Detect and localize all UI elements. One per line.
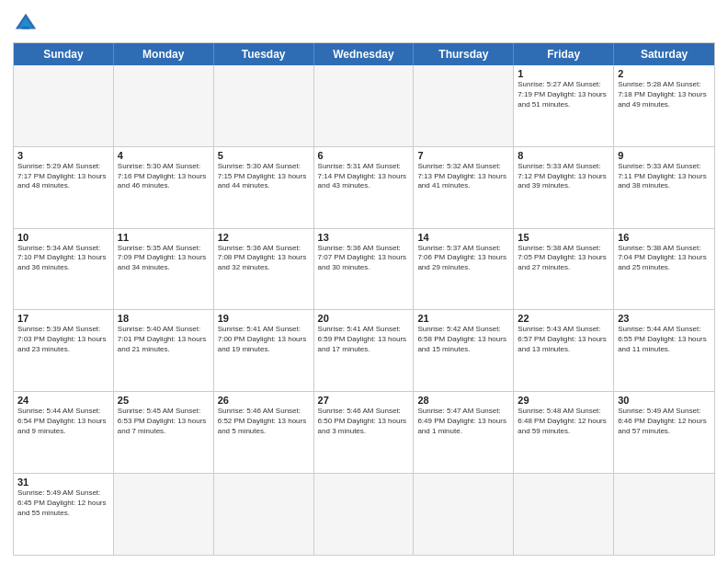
day-info: Sunrise: 5:39 AM Sunset: 7:03 PM Dayligh… (17, 325, 109, 354)
logo-icon (13, 11, 39, 37)
day-number: 19 (218, 313, 310, 324)
day-cell-7: 7Sunrise: 5:32 AM Sunset: 7:13 PM Daylig… (414, 147, 514, 228)
empty-cell (314, 65, 415, 146)
day-cell-16: 16Sunrise: 5:38 AM Sunset: 7:04 PM Dayli… (614, 229, 714, 310)
day-cell-13: 13Sunrise: 5:36 AM Sunset: 7:07 PM Dayli… (314, 229, 415, 310)
day-header-monday: Monday (114, 43, 214, 65)
day-cell-31: 31Sunrise: 5:49 AM Sunset: 6:45 PM Dayli… (14, 474, 114, 555)
svg-rect-2 (22, 27, 29, 29)
day-cell-17: 17Sunrise: 5:39 AM Sunset: 7:03 PM Dayli… (14, 310, 114, 391)
page: SundayMondayTuesdayWednesdayThursdayFrid… (0, 0, 728, 563)
day-cell-1: 1Sunrise: 5:27 AM Sunset: 7:19 PM Daylig… (514, 65, 614, 146)
day-cell-2: 2Sunrise: 5:28 AM Sunset: 7:18 PM Daylig… (614, 65, 714, 146)
day-info: Sunrise: 5:30 AM Sunset: 7:16 PM Dayligh… (118, 162, 210, 191)
day-info: Sunrise: 5:49 AM Sunset: 6:46 PM Dayligh… (618, 407, 711, 436)
day-info: Sunrise: 5:45 AM Sunset: 6:53 PM Dayligh… (118, 407, 210, 436)
empty-cell (414, 474, 514, 555)
day-header-saturday: Saturday (614, 43, 714, 65)
day-cell-24: 24Sunrise: 5:44 AM Sunset: 6:54 PM Dayli… (14, 392, 114, 473)
day-info: Sunrise: 5:33 AM Sunset: 7:12 PM Dayligh… (518, 162, 609, 191)
calendar-row-1: 3Sunrise: 5:29 AM Sunset: 7:17 PM Daylig… (14, 146, 714, 228)
empty-cell (214, 65, 314, 146)
day-number: 21 (417, 313, 509, 324)
day-number: 17 (17, 313, 109, 324)
day-cell-8: 8Sunrise: 5:33 AM Sunset: 7:12 PM Daylig… (514, 147, 614, 228)
day-number: 14 (417, 232, 509, 243)
day-info: Sunrise: 5:27 AM Sunset: 7:19 PM Dayligh… (518, 80, 609, 109)
day-info: Sunrise: 5:28 AM Sunset: 7:18 PM Dayligh… (618, 80, 711, 109)
day-cell-12: 12Sunrise: 5:36 AM Sunset: 7:08 PM Dayli… (214, 229, 314, 310)
calendar: SundayMondayTuesdayWednesdayThursdayFrid… (13, 42, 715, 556)
day-cell-18: 18Sunrise: 5:40 AM Sunset: 7:01 PM Dayli… (114, 310, 214, 391)
day-cell-23: 23Sunrise: 5:44 AM Sunset: 6:55 PM Dayli… (614, 310, 714, 391)
day-number: 20 (318, 313, 410, 324)
day-info: Sunrise: 5:41 AM Sunset: 7:00 PM Dayligh… (218, 325, 310, 354)
calendar-body: 1Sunrise: 5:27 AM Sunset: 7:19 PM Daylig… (14, 65, 714, 555)
day-header-wednesday: Wednesday (314, 43, 415, 65)
day-cell-27: 27Sunrise: 5:46 AM Sunset: 6:50 PM Dayli… (314, 392, 415, 473)
day-number: 7 (417, 150, 509, 161)
day-info: Sunrise: 5:49 AM Sunset: 6:45 PM Dayligh… (17, 488, 109, 518)
day-cell-5: 5Sunrise: 5:30 AM Sunset: 7:15 PM Daylig… (214, 147, 314, 228)
day-header-thursday: Thursday (414, 43, 514, 65)
day-cell-9: 9Sunrise: 5:33 AM Sunset: 7:11 PM Daylig… (614, 147, 714, 228)
day-number: 24 (17, 395, 109, 406)
logo (13, 11, 42, 37)
day-cell-3: 3Sunrise: 5:29 AM Sunset: 7:17 PM Daylig… (14, 147, 114, 228)
day-info: Sunrise: 5:34 AM Sunset: 7:10 PM Dayligh… (17, 244, 109, 273)
day-cell-14: 14Sunrise: 5:37 AM Sunset: 7:06 PM Dayli… (414, 229, 514, 310)
day-cell-10: 10Sunrise: 5:34 AM Sunset: 7:10 PM Dayli… (14, 229, 114, 310)
day-cell-21: 21Sunrise: 5:42 AM Sunset: 6:58 PM Dayli… (414, 310, 514, 391)
day-cell-11: 11Sunrise: 5:35 AM Sunset: 7:09 PM Dayli… (114, 229, 214, 310)
day-number: 12 (218, 232, 310, 243)
calendar-row-2: 10Sunrise: 5:34 AM Sunset: 7:10 PM Dayli… (14, 228, 714, 310)
day-cell-29: 29Sunrise: 5:48 AM Sunset: 6:48 PM Dayli… (514, 392, 614, 473)
day-number: 16 (618, 232, 711, 243)
day-info: Sunrise: 5:36 AM Sunset: 7:07 PM Dayligh… (318, 244, 410, 273)
day-info: Sunrise: 5:37 AM Sunset: 7:06 PM Dayligh… (417, 244, 509, 273)
day-number: 8 (518, 150, 609, 161)
day-number: 23 (618, 313, 711, 324)
day-number: 28 (417, 395, 509, 406)
empty-cell (114, 474, 214, 555)
day-number: 5 (218, 150, 310, 161)
day-info: Sunrise: 5:48 AM Sunset: 6:48 PM Dayligh… (518, 407, 609, 436)
day-header-tuesday: Tuesday (214, 43, 314, 65)
day-number: 15 (518, 232, 609, 243)
day-info: Sunrise: 5:42 AM Sunset: 6:58 PM Dayligh… (417, 325, 509, 354)
day-number: 11 (118, 232, 210, 243)
day-info: Sunrise: 5:46 AM Sunset: 6:52 PM Dayligh… (218, 407, 310, 436)
day-cell-26: 26Sunrise: 5:46 AM Sunset: 6:52 PM Dayli… (214, 392, 314, 473)
day-number: 18 (118, 313, 210, 324)
day-cell-6: 6Sunrise: 5:31 AM Sunset: 7:14 PM Daylig… (314, 147, 415, 228)
day-info: Sunrise: 5:40 AM Sunset: 7:01 PM Dayligh… (118, 325, 210, 354)
calendar-row-3: 17Sunrise: 5:39 AM Sunset: 7:03 PM Dayli… (14, 309, 714, 391)
day-number: 31 (17, 477, 109, 488)
day-info: Sunrise: 5:33 AM Sunset: 7:11 PM Dayligh… (618, 162, 711, 191)
day-info: Sunrise: 5:32 AM Sunset: 7:13 PM Dayligh… (417, 162, 509, 191)
day-info: Sunrise: 5:31 AM Sunset: 7:14 PM Dayligh… (318, 162, 410, 191)
day-number: 25 (118, 395, 210, 406)
empty-cell (214, 474, 314, 555)
empty-cell (414, 65, 514, 146)
day-info: Sunrise: 5:36 AM Sunset: 7:08 PM Dayligh… (218, 244, 310, 273)
day-info: Sunrise: 5:41 AM Sunset: 6:59 PM Dayligh… (318, 325, 410, 354)
empty-cell (114, 65, 214, 146)
day-cell-28: 28Sunrise: 5:47 AM Sunset: 6:49 PM Dayli… (414, 392, 514, 473)
day-header-friday: Friday (514, 43, 614, 65)
day-cell-20: 20Sunrise: 5:41 AM Sunset: 6:59 PM Dayli… (314, 310, 415, 391)
calendar-row-0: 1Sunrise: 5:27 AM Sunset: 7:19 PM Daylig… (14, 65, 714, 146)
day-number: 1 (518, 68, 609, 79)
day-info: Sunrise: 5:44 AM Sunset: 6:54 PM Dayligh… (17, 407, 109, 436)
day-number: 2 (618, 68, 711, 79)
day-cell-19: 19Sunrise: 5:41 AM Sunset: 7:00 PM Dayli… (214, 310, 314, 391)
day-number: 3 (17, 150, 109, 161)
header (13, 11, 715, 37)
day-cell-4: 4Sunrise: 5:30 AM Sunset: 7:16 PM Daylig… (114, 147, 214, 228)
calendar-row-4: 24Sunrise: 5:44 AM Sunset: 6:54 PM Dayli… (14, 391, 714, 473)
day-number: 6 (318, 150, 410, 161)
day-cell-30: 30Sunrise: 5:49 AM Sunset: 6:46 PM Dayli… (614, 392, 714, 473)
empty-cell (14, 65, 114, 146)
day-info: Sunrise: 5:30 AM Sunset: 7:15 PM Dayligh… (218, 162, 310, 191)
day-info: Sunrise: 5:46 AM Sunset: 6:50 PM Dayligh… (318, 407, 410, 436)
